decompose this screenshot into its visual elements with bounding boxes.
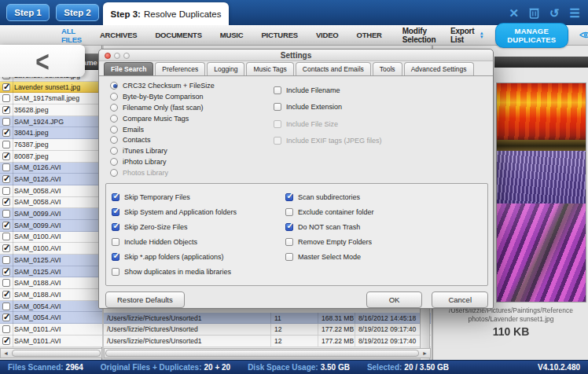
manage-duplicates-button[interactable]: MANAGE DUPLICATES	[495, 23, 568, 48]
file-checkbox[interactable]	[2, 210, 10, 218]
radio-icon[interactable]	[110, 93, 118, 101]
detail-row[interactable]: /Users/lizzie/Pictures/Unsorted1 12 177.…	[104, 336, 431, 347]
file-list-hscrollbar[interactable]: ◄	[0, 348, 102, 358]
file-checkbox[interactable]	[2, 222, 10, 229]
radio-icon[interactable]	[110, 136, 118, 144]
file-checkbox[interactable]	[2, 244, 10, 252]
window-close-icon[interactable]	[105, 53, 111, 59]
file-checkbox[interactable]	[2, 118, 10, 126]
file-checkbox[interactable]	[2, 233, 10, 240]
checkbox-option[interactable]: Skip Zero-Size Files	[112, 219, 237, 234]
radio-option[interactable]: Byte-by-Byte Comparison	[110, 91, 215, 102]
checkbox-option[interactable]: Exclude container folder	[285, 204, 374, 219]
radio-icon[interactable]	[110, 82, 118, 90]
file-row[interactable]: SAM_0099.AVI	[0, 208, 102, 220]
file-checkbox[interactable]	[2, 94, 10, 102]
file-row[interactable]: 38041.jpeg	[0, 127, 102, 139]
checkbox-icon[interactable]	[112, 208, 119, 216]
file-row[interactable]: SAM_0100.AVI	[0, 243, 102, 255]
checkbox-option[interactable]: Skip *.app folders (applications)	[112, 249, 237, 264]
checkbox-option[interactable]: Do NOT scan Trash	[285, 219, 374, 234]
file-row[interactable]: SAM_0125.AVI	[0, 255, 102, 266]
settings-tab[interactable]: Preferences	[155, 62, 205, 75]
checkbox-icon[interactable]	[112, 193, 119, 201]
file-checkbox[interactable]	[2, 106, 10, 114]
file-row[interactable]: 35628.jpeg	[0, 104, 102, 116]
settings-tab[interactable]: Advanced Settings	[404, 62, 474, 75]
window-minimize-icon[interactable]	[114, 53, 120, 59]
settings-tab[interactable]: Music Tags	[246, 62, 293, 75]
file-checkbox[interactable]	[2, 187, 10, 195]
export-list-button[interactable]: Export List	[450, 27, 475, 44]
checkbox-option[interactable]: Remove Empty Folders	[285, 234, 374, 249]
file-checkbox[interactable]	[2, 175, 10, 183]
settings-tab[interactable]: Contacts and Emails	[296, 62, 371, 75]
file-checkbox[interactable]	[2, 256, 10, 264]
checkbox-option[interactable]: Include Extension	[274, 99, 382, 116]
settings-tab[interactable]: File Search	[104, 62, 153, 75]
ok-button[interactable]: OK	[366, 292, 423, 308]
checkbox-icon[interactable]	[274, 86, 281, 94]
file-row[interactable]: SAM_0099.AVI	[0, 220, 102, 232]
menu-icon[interactable]: ☰	[570, 7, 580, 19]
detail-hscrollbar[interactable]: ►	[104, 348, 431, 358]
file-checkbox[interactable]	[2, 83, 10, 91]
file-row[interactable]: SAM_0101.AVI	[0, 324, 102, 336]
file-row[interactable]: SAM_0058.AVI	[0, 185, 102, 197]
tab-step3-resolve-duplicates[interactable]: Step 3: Resolve Duplicates	[103, 2, 229, 25]
radio-option[interactable]: Compare Music Tags	[110, 113, 215, 124]
scrollbar-thumb[interactable]	[12, 350, 101, 357]
radio-icon[interactable]	[110, 104, 118, 112]
checkbox-icon[interactable]	[274, 120, 281, 128]
radio-option[interactable]: Photos Library	[110, 167, 215, 178]
filter-tab[interactable]: DOCUMENTS	[155, 31, 201, 39]
file-checkbox[interactable]	[2, 314, 10, 321]
file-checkbox[interactable]	[2, 325, 10, 333]
file-checkbox[interactable]	[2, 291, 10, 299]
radio-icon[interactable]	[110, 147, 118, 155]
filter-tab[interactable]: OTHER	[356, 31, 381, 39]
window-zoom-icon[interactable]	[123, 53, 130, 59]
radio-option[interactable]: iPhoto Library	[110, 156, 215, 167]
detail-row[interactable]: /Users/lizzie/Pictures/Unsorted1 11 168.…	[104, 313, 431, 324]
restore-defaults-button[interactable]: Restore Defaults	[105, 292, 185, 308]
checkbox-icon[interactable]	[112, 238, 119, 246]
checkbox-option[interactable]: Include Hidden Objects	[112, 234, 237, 249]
filter-tab[interactable]: MUSIC	[220, 31, 244, 39]
checkbox-option[interactable]: Include EXIF tags (JPEG files)	[274, 133, 382, 150]
file-row[interactable]: SAM_1917small.jpeg	[0, 93, 102, 104]
checkbox-icon[interactable]	[112, 253, 119, 261]
checkbox-icon[interactable]	[285, 193, 293, 201]
file-row[interactable]: 76387.jpeg	[0, 139, 102, 151]
file-row[interactable]: SAM_0125.AVI	[0, 266, 102, 278]
checkbox-option[interactable]: Master Select Mode	[285, 249, 374, 264]
file-row[interactable]: SAM_0126.AVI	[0, 163, 102, 174]
radio-option[interactable]: CRC32 Checksum + FileSize	[110, 80, 215, 91]
dialog-titlebar[interactable]: Settings	[99, 50, 493, 61]
checkbox-icon[interactable]	[285, 238, 293, 246]
step-button[interactable]: Step 1	[6, 4, 50, 21]
checkbox-icon[interactable]	[112, 223, 119, 231]
checkbox-option[interactable]: Scan subdirectories	[285, 189, 374, 204]
settings-tab[interactable]: Logging	[207, 62, 244, 75]
step-button[interactable]: Step 2	[56, 4, 99, 21]
trash-icon[interactable]	[529, 7, 539, 19]
export-list-updown-icon[interactable]: ▲▼	[480, 31, 484, 39]
file-row[interactable]: SAM_0188.AVI	[0, 289, 102, 301]
checkbox-option[interactable]: Include Filename	[274, 82, 382, 99]
file-checkbox[interactable]	[2, 302, 10, 310]
radio-icon[interactable]	[110, 115, 118, 123]
checkbox-icon[interactable]	[112, 268, 119, 276]
radio-option[interactable]: Emails	[110, 124, 215, 135]
file-row[interactable]: SAM_1924.JPG	[0, 116, 102, 128]
cancel-button[interactable]: Cancel	[432, 292, 488, 308]
filter-tab[interactable]: ARCHIVES	[100, 31, 138, 39]
file-checkbox[interactable]	[2, 152, 10, 160]
file-checkbox[interactable]	[2, 198, 10, 206]
radio-icon[interactable]	[110, 126, 118, 134]
file-row[interactable]: Lavender sunset1.jpg	[0, 82, 102, 94]
scroll-left-icon[interactable]: ◄	[1, 350, 11, 356]
checkbox-option[interactable]: Skip System and Application folders	[112, 204, 237, 219]
radio-option[interactable]: Filename Only (fast scan)	[110, 102, 215, 113]
file-row[interactable]: SAM_0054.AVI	[0, 301, 102, 313]
